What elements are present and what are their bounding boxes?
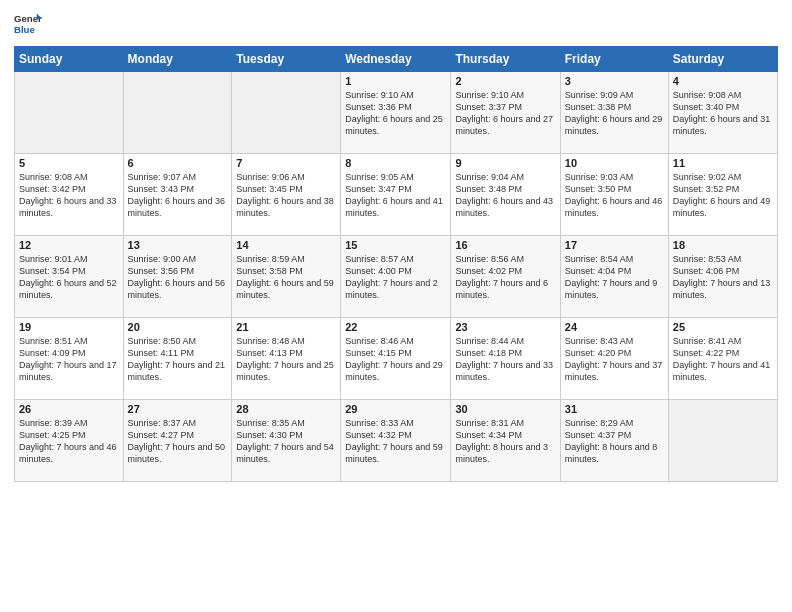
calendar-cell (15, 72, 124, 154)
day-content: Sunrise: 8:39 AM Sunset: 4:25 PM Dayligh… (19, 417, 119, 466)
calendar-cell: 19Sunrise: 8:51 AM Sunset: 4:09 PM Dayli… (15, 318, 124, 400)
day-number: 8 (345, 157, 446, 169)
calendar-cell: 8Sunrise: 9:05 AM Sunset: 3:47 PM Daylig… (341, 154, 451, 236)
day-number: 14 (236, 239, 336, 251)
day-number: 10 (565, 157, 664, 169)
calendar-cell: 23Sunrise: 8:44 AM Sunset: 4:18 PM Dayli… (451, 318, 560, 400)
day-content: Sunrise: 8:31 AM Sunset: 4:34 PM Dayligh… (455, 417, 555, 466)
day-content: Sunrise: 9:09 AM Sunset: 3:38 PM Dayligh… (565, 89, 664, 138)
calendar-week-row: 1Sunrise: 9:10 AM Sunset: 3:36 PM Daylig… (15, 72, 778, 154)
weekday-header-tuesday: Tuesday (232, 47, 341, 72)
calendar-cell: 22Sunrise: 8:46 AM Sunset: 4:15 PM Dayli… (341, 318, 451, 400)
weekday-header-saturday: Saturday (668, 47, 777, 72)
calendar-week-row: 26Sunrise: 8:39 AM Sunset: 4:25 PM Dayli… (15, 400, 778, 482)
day-content: Sunrise: 9:10 AM Sunset: 3:36 PM Dayligh… (345, 89, 446, 138)
day-number: 15 (345, 239, 446, 251)
calendar-cell: 5Sunrise: 9:08 AM Sunset: 3:42 PM Daylig… (15, 154, 124, 236)
calendar-cell: 17Sunrise: 8:54 AM Sunset: 4:04 PM Dayli… (560, 236, 668, 318)
day-number: 13 (128, 239, 228, 251)
weekday-header-row: SundayMondayTuesdayWednesdayThursdayFrid… (15, 47, 778, 72)
calendar-cell (123, 72, 232, 154)
day-content: Sunrise: 9:06 AM Sunset: 3:45 PM Dayligh… (236, 171, 336, 220)
calendar-cell: 28Sunrise: 8:35 AM Sunset: 4:30 PM Dayli… (232, 400, 341, 482)
day-content: Sunrise: 8:51 AM Sunset: 4:09 PM Dayligh… (19, 335, 119, 384)
calendar-week-row: 19Sunrise: 8:51 AM Sunset: 4:09 PM Dayli… (15, 318, 778, 400)
calendar-cell: 1Sunrise: 9:10 AM Sunset: 3:36 PM Daylig… (341, 72, 451, 154)
weekday-header-friday: Friday (560, 47, 668, 72)
day-number: 26 (19, 403, 119, 415)
day-number: 31 (565, 403, 664, 415)
day-content: Sunrise: 9:05 AM Sunset: 3:47 PM Dayligh… (345, 171, 446, 220)
day-number: 23 (455, 321, 555, 333)
day-content: Sunrise: 9:08 AM Sunset: 3:42 PM Dayligh… (19, 171, 119, 220)
day-number: 21 (236, 321, 336, 333)
day-number: 30 (455, 403, 555, 415)
day-number: 19 (19, 321, 119, 333)
calendar-cell: 14Sunrise: 8:59 AM Sunset: 3:58 PM Dayli… (232, 236, 341, 318)
calendar-cell: 31Sunrise: 8:29 AM Sunset: 4:37 PM Dayli… (560, 400, 668, 482)
calendar-cell: 3Sunrise: 9:09 AM Sunset: 3:38 PM Daylig… (560, 72, 668, 154)
day-number: 28 (236, 403, 336, 415)
day-number: 17 (565, 239, 664, 251)
day-content: Sunrise: 9:07 AM Sunset: 3:43 PM Dayligh… (128, 171, 228, 220)
calendar-week-row: 5Sunrise: 9:08 AM Sunset: 3:42 PM Daylig… (15, 154, 778, 236)
day-content: Sunrise: 8:48 AM Sunset: 4:13 PM Dayligh… (236, 335, 336, 384)
day-content: Sunrise: 9:08 AM Sunset: 3:40 PM Dayligh… (673, 89, 773, 138)
day-number: 2 (455, 75, 555, 87)
day-number: 27 (128, 403, 228, 415)
day-content: Sunrise: 8:44 AM Sunset: 4:18 PM Dayligh… (455, 335, 555, 384)
day-number: 22 (345, 321, 446, 333)
day-content: Sunrise: 8:59 AM Sunset: 3:58 PM Dayligh… (236, 253, 336, 302)
calendar-cell: 27Sunrise: 8:37 AM Sunset: 4:27 PM Dayli… (123, 400, 232, 482)
calendar-cell: 24Sunrise: 8:43 AM Sunset: 4:20 PM Dayli… (560, 318, 668, 400)
calendar-cell: 25Sunrise: 8:41 AM Sunset: 4:22 PM Dayli… (668, 318, 777, 400)
day-number: 9 (455, 157, 555, 169)
day-number: 16 (455, 239, 555, 251)
calendar-cell: 29Sunrise: 8:33 AM Sunset: 4:32 PM Dayli… (341, 400, 451, 482)
calendar-cell: 10Sunrise: 9:03 AM Sunset: 3:50 PM Dayli… (560, 154, 668, 236)
calendar-cell: 20Sunrise: 8:50 AM Sunset: 4:11 PM Dayli… (123, 318, 232, 400)
calendar-cell: 15Sunrise: 8:57 AM Sunset: 4:00 PM Dayli… (341, 236, 451, 318)
calendar-cell: 6Sunrise: 9:07 AM Sunset: 3:43 PM Daylig… (123, 154, 232, 236)
day-content: Sunrise: 8:54 AM Sunset: 4:04 PM Dayligh… (565, 253, 664, 302)
day-number: 12 (19, 239, 119, 251)
day-number: 20 (128, 321, 228, 333)
day-content: Sunrise: 8:56 AM Sunset: 4:02 PM Dayligh… (455, 253, 555, 302)
day-content: Sunrise: 8:29 AM Sunset: 4:37 PM Dayligh… (565, 417, 664, 466)
calendar-cell: 18Sunrise: 8:53 AM Sunset: 4:06 PM Dayli… (668, 236, 777, 318)
calendar-cell: 21Sunrise: 8:48 AM Sunset: 4:13 PM Dayli… (232, 318, 341, 400)
calendar-cell: 11Sunrise: 9:02 AM Sunset: 3:52 PM Dayli… (668, 154, 777, 236)
day-content: Sunrise: 8:53 AM Sunset: 4:06 PM Dayligh… (673, 253, 773, 302)
day-number: 7 (236, 157, 336, 169)
calendar-cell: 12Sunrise: 9:01 AM Sunset: 3:54 PM Dayli… (15, 236, 124, 318)
logo: General Blue (14, 10, 44, 38)
day-number: 29 (345, 403, 446, 415)
weekday-header-monday: Monday (123, 47, 232, 72)
day-content: Sunrise: 9:03 AM Sunset: 3:50 PM Dayligh… (565, 171, 664, 220)
calendar-cell: 30Sunrise: 8:31 AM Sunset: 4:34 PM Dayli… (451, 400, 560, 482)
calendar-cell: 26Sunrise: 8:39 AM Sunset: 4:25 PM Dayli… (15, 400, 124, 482)
day-number: 3 (565, 75, 664, 87)
day-content: Sunrise: 9:00 AM Sunset: 3:56 PM Dayligh… (128, 253, 228, 302)
day-content: Sunrise: 9:04 AM Sunset: 3:48 PM Dayligh… (455, 171, 555, 220)
day-content: Sunrise: 9:02 AM Sunset: 3:52 PM Dayligh… (673, 171, 773, 220)
calendar-cell: 7Sunrise: 9:06 AM Sunset: 3:45 PM Daylig… (232, 154, 341, 236)
day-number: 6 (128, 157, 228, 169)
calendar-cell: 13Sunrise: 9:00 AM Sunset: 3:56 PM Dayli… (123, 236, 232, 318)
day-content: Sunrise: 8:33 AM Sunset: 4:32 PM Dayligh… (345, 417, 446, 466)
day-number: 1 (345, 75, 446, 87)
day-number: 4 (673, 75, 773, 87)
calendar-week-row: 12Sunrise: 9:01 AM Sunset: 3:54 PM Dayli… (15, 236, 778, 318)
day-content: Sunrise: 8:41 AM Sunset: 4:22 PM Dayligh… (673, 335, 773, 384)
day-number: 24 (565, 321, 664, 333)
logo-icon: General Blue (14, 10, 42, 38)
day-number: 25 (673, 321, 773, 333)
day-content: Sunrise: 9:10 AM Sunset: 3:37 PM Dayligh… (455, 89, 555, 138)
day-content: Sunrise: 8:35 AM Sunset: 4:30 PM Dayligh… (236, 417, 336, 466)
day-number: 11 (673, 157, 773, 169)
calendar-cell: 2Sunrise: 9:10 AM Sunset: 3:37 PM Daylig… (451, 72, 560, 154)
day-content: Sunrise: 8:43 AM Sunset: 4:20 PM Dayligh… (565, 335, 664, 384)
calendar-cell: 4Sunrise: 9:08 AM Sunset: 3:40 PM Daylig… (668, 72, 777, 154)
day-content: Sunrise: 8:50 AM Sunset: 4:11 PM Dayligh… (128, 335, 228, 384)
day-number: 18 (673, 239, 773, 251)
